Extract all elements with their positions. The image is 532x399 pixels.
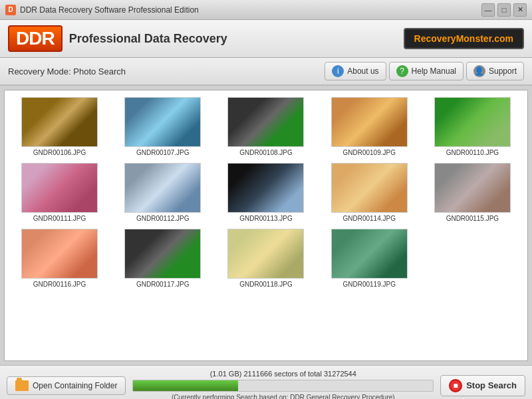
list-item[interactable]: GNDR00108.JPG [217,97,314,156]
photo-thumbnail [434,97,511,147]
about-us-button[interactable]: i About us [325,62,386,80]
photo-label: GNDR00108.JPG [239,149,292,156]
title-bar-left: D DDR Data Recovery Software Professiona… [5,5,199,15]
photo-thumbnail [124,163,201,213]
photo-thumbnail [331,97,408,147]
list-item[interactable]: GNDR00117.JPG [114,229,211,288]
photo-thumbnail [227,163,304,213]
photo-label: GNDR00115.JPG [446,215,499,222]
list-item[interactable]: GNDR00113.JPG [217,163,314,222]
brand-logo[interactable]: RecoveryMonster.com [404,28,524,49]
photo-thumbnail [124,229,201,279]
list-item[interactable]: GNDR00107.JPG [114,97,211,156]
photo-label: GNDR00117.JPG [136,281,189,288]
minimize-button[interactable]: — [481,3,495,17]
photo-thumbnail [21,229,98,279]
photo-thumbnail [331,229,408,279]
title-bar-controls: — □ ✕ [481,3,527,17]
open-folder-label: Open Containing Folder [33,381,117,390]
support-label: Support [489,66,517,76]
progress-info: (1.01 GB) 2111666 sectors of total 31272… [132,370,434,378]
title-bar-text: DDR Data Recovery Software Professional … [20,5,199,15]
list-item[interactable]: GNDR00111.JPG [11,163,108,222]
photo-label: GNDR00107.JPG [136,149,189,156]
photo-label: GNDR00119.JPG [342,281,395,288]
list-item[interactable]: GNDR00110.JPG [424,97,521,156]
title-bar: D DDR Data Recovery Software Professiona… [0,0,532,20]
progress-status: (Currently performing Search based on: D… [132,394,434,399]
help-manual-label: Help Manual [412,66,456,76]
list-item[interactable]: GNDR00106.JPG [11,97,108,156]
photo-label: GNDR00109.JPG [342,149,395,156]
support-icon: 👤 [473,65,485,77]
toolbar-buttons: i About us ? Help Manual 👤 Support [325,62,524,80]
progress-area: (1.01 GB) 2111666 sectors of total 31272… [132,370,434,399]
photo-label: GNDR00114.JPG [342,215,395,222]
content-area: GNDR00106.JPGGNDR00107.JPGGNDR00108.JPGG… [4,90,528,361]
app-title: Professional Data Recovery [69,32,227,46]
help-manual-button[interactable]: ? Help Manual [389,62,464,80]
recovery-mode-value: Photo Search [73,66,126,76]
recovery-mode-label: Recovery Mode: [8,66,71,76]
recovery-mode: Recovery Mode: Photo Search [8,66,126,76]
support-button[interactable]: 👤 Support [466,62,524,80]
list-item[interactable]: GNDR00114.JPG [321,163,418,222]
bottom-bar: Open Containing Folder (1.01 GB) 2111666… [0,365,532,399]
photo-thumbnail [21,97,98,147]
toolbar: Recovery Mode: Photo Search i About us ?… [0,58,532,86]
app-icon: D [5,5,16,15]
logo-area: DDR Professional Data Recovery [8,25,227,52]
list-item[interactable]: GNDR00118.JPG [217,229,314,288]
photo-label: GNDR00118.JPG [239,281,292,288]
open-folder-button[interactable]: Open Containing Folder [7,376,126,395]
progress-bar [133,380,238,391]
photo-grid[interactable]: GNDR00106.JPGGNDR00107.JPGGNDR00108.JPGG… [5,90,527,360]
photo-thumbnail [21,163,98,213]
photo-thumbnail [434,163,511,213]
photo-thumbnail [227,97,304,147]
list-item[interactable]: GNDR00116.JPG [11,229,108,288]
list-item[interactable]: GNDR00115.JPG [424,163,521,222]
photo-label: GNDR00110.JPG [446,149,499,156]
stop-search-label: Stop Search [466,380,517,390]
photo-label: GNDR00106.JPG [33,149,86,156]
list-item[interactable]: GNDR00119.JPG [321,229,418,288]
progress-bar-container [132,380,434,392]
about-us-label: About us [347,66,378,76]
folder-icon [15,380,29,391]
header: DDR Professional Data Recovery RecoveryM… [0,20,532,58]
photo-label: GNDR00116.JPG [33,281,86,288]
close-button[interactable]: ✕ [513,3,527,17]
stop-icon: ■ [449,379,462,392]
ddr-logo: DDR [8,25,63,52]
help-icon: ? [396,65,408,77]
info-icon: i [332,65,344,77]
photo-thumbnail [227,229,304,279]
photo-label: GNDR00112.JPG [136,215,189,222]
photo-thumbnail [124,97,201,147]
list-item[interactable]: GNDR00112.JPG [114,163,211,222]
list-item[interactable]: GNDR00109.JPG [321,97,418,156]
photo-label: GNDR00111.JPG [33,215,86,222]
photo-thumbnail [331,163,408,213]
stop-search-button[interactable]: ■ Stop Search [440,375,525,396]
maximize-button[interactable]: □ [497,3,511,17]
photo-label: GNDR00113.JPG [239,215,292,222]
